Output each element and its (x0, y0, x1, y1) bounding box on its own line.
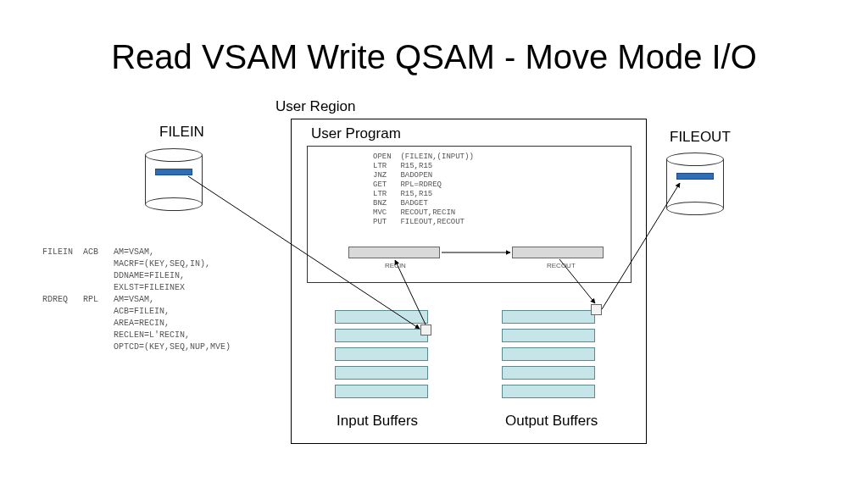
buffer-row (335, 366, 428, 380)
buffer-row (502, 366, 595, 380)
buffer-row (502, 347, 595, 361)
output-buffer-pointer-icon (591, 304, 602, 315)
buffer-row (502, 329, 595, 342)
buffer-row (502, 310, 595, 324)
fileout-cylinder-icon (666, 152, 724, 215)
buffer-row (502, 385, 595, 398)
recin-label: RECIN (385, 262, 406, 269)
buffer-row (335, 310, 428, 324)
filein-cylinder-icon (145, 148, 203, 211)
output-buffers (502, 310, 595, 398)
code-block: OPEN (FILEIN,(INPUT)) LTR R15,R15 JNZ BA… (373, 152, 474, 227)
page-title: Read VSAM Write QSAM - Move Mode I/O (0, 38, 868, 76)
input-buffers-label: Input Buffers (337, 413, 418, 430)
user-program-label: User Program (311, 125, 401, 142)
recout-box (512, 247, 604, 258)
input-buffer-pointer-icon (420, 324, 431, 336)
output-buffers-label: Output Buffers (505, 413, 598, 430)
buffer-row (335, 347, 428, 361)
recout-label: RECOUT (547, 262, 576, 269)
user-region-label: User Region (275, 98, 356, 115)
filein-label: FILEIN (159, 124, 204, 141)
fileout-label: FILEOUT (670, 129, 731, 146)
buffer-row (335, 329, 428, 342)
buffer-row (335, 385, 428, 398)
recin-box (348, 247, 440, 258)
input-buffers (335, 310, 428, 398)
side-code-block: FILEIN ACB AM=VSAM, MACRF=(KEY,SEQ,IN), … (42, 247, 231, 353)
